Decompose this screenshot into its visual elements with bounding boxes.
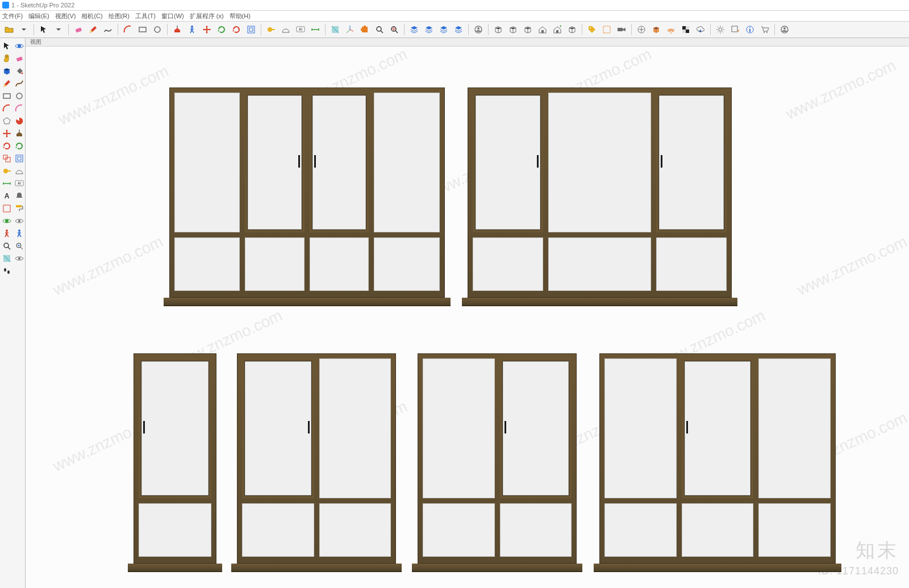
pushpull-brown-button[interactable] [12, 127, 26, 140]
arc-pink-button[interactable] [12, 102, 26, 115]
zoom-button[interactable] [373, 23, 386, 36]
gear-button[interactable] [714, 23, 727, 36]
move-red-button[interactable] [0, 127, 14, 140]
plus-circle-button[interactable] [635, 23, 648, 36]
protractor-button[interactable] [279, 23, 293, 36]
menu-item[interactable]: 相机(C) [81, 12, 102, 20]
info-button[interactable] [743, 23, 757, 36]
window-plus-button[interactable] [728, 23, 742, 36]
rotate-loop-button[interactable] [230, 23, 243, 36]
paint-bucket-button[interactable] [12, 64, 26, 78]
offset-blue-button[interactable] [12, 152, 26, 165]
cube-3d-button[interactable] [649, 23, 663, 36]
toolbar-separator [34, 24, 34, 35]
menu-item[interactable]: 编辑(E) [28, 12, 49, 20]
dropdown-button[interactable] [52, 23, 65, 36]
rotate-green-button[interactable] [12, 139, 26, 153]
menu-item[interactable]: 绘图(R) [109, 12, 130, 20]
pie-button[interactable] [12, 114, 26, 128]
layer-visibility-button[interactable] [437, 23, 451, 36]
walk-red-button[interactable] [0, 227, 14, 240]
blue-cube-button[interactable] [0, 64, 14, 78]
layer-stack-button[interactable] [407, 23, 421, 36]
label-ai-button[interactable]: AI [12, 177, 26, 190]
tag-yellow-button[interactable] [585, 23, 599, 36]
curve-brown-button[interactable] [12, 77, 26, 90]
user-circle-button[interactable] [472, 23, 485, 36]
dimension-green-button[interactable] [0, 177, 14, 190]
rectangle-button[interactable] [136, 23, 149, 36]
menu-item[interactable]: 扩展程序 (x) [190, 12, 224, 20]
cloud-down-button[interactable] [694, 23, 707, 36]
pencil-button[interactable] [86, 23, 100, 36]
footprints-button[interactable] [0, 264, 14, 278]
profile-circle-button[interactable] [778, 23, 791, 36]
hand-yellow-button[interactable] [0, 52, 14, 65]
select-box-button[interactable] [600, 23, 614, 36]
rotate-red-button[interactable] [0, 139, 14, 153]
menu-bar[interactable]: 文件(F)编辑(E)视图(V)相机(C)绘图(R)工具(T)窗口(W)扩展程序 … [0, 11, 909, 22]
menu-item[interactable]: 窗口(W) [161, 12, 184, 20]
house-button[interactable] [536, 23, 549, 36]
cart-button[interactable] [758, 23, 772, 36]
orbit-blue-button[interactable] [12, 39, 26, 53]
checker-button[interactable] [679, 23, 693, 36]
menu-item[interactable]: 工具(T) [135, 12, 156, 20]
video-camera-button[interactable] [615, 23, 628, 36]
box-button[interactable] [491, 23, 505, 36]
add-layer-button[interactable] [422, 23, 436, 36]
layer-toggle-button[interactable] [452, 23, 465, 36]
polygon-button[interactable] [0, 114, 14, 128]
dropdown-button[interactable] [17, 23, 31, 36]
text-a-button[interactable]: A [0, 189, 14, 203]
select-red-button[interactable] [0, 202, 14, 215]
scene-tab-bar[interactable]: 视图 [26, 38, 909, 47]
scale-red-button[interactable] [0, 152, 14, 165]
offset-button[interactable] [244, 23, 258, 36]
axes-button[interactable] [343, 23, 357, 36]
arc-red-button[interactable] [0, 102, 14, 115]
cabinet-button[interactable] [565, 23, 579, 36]
zoom-red-button[interactable] [0, 239, 14, 253]
arc-button[interactable] [121, 23, 135, 36]
menu-item[interactable]: 文件(F) [2, 12, 23, 20]
rectangle-gray-button[interactable] [0, 89, 14, 103]
rotate-green-button[interactable] [215, 23, 228, 36]
select-arrow-button[interactable] [0, 39, 14, 53]
walk-blue-button[interactable] [185, 23, 199, 36]
pushpull-red-button[interactable] [170, 23, 184, 36]
menu-item[interactable]: 帮助(H) [230, 12, 251, 20]
position-camera-button[interactable] [12, 239, 26, 253]
box-front-button[interactable] [506, 23, 520, 36]
walk-blue-button[interactable] [12, 227, 26, 240]
look-around-button[interactable] [12, 252, 26, 265]
freehand-button[interactable] [101, 23, 115, 36]
model-viewport[interactable]: www.znzmo.comwww.znzmo.comwww.znzmo.comw… [26, 47, 909, 588]
select-arrow-button[interactable] [37, 23, 51, 36]
tape-yellow-button[interactable] [0, 164, 14, 178]
bell-button[interactable] [12, 189, 26, 203]
paint-roller-button[interactable] [12, 202, 26, 215]
protractor-gray-button[interactable] [12, 164, 26, 178]
move-red-button[interactable] [200, 23, 214, 36]
zoom-extents-button[interactable] [387, 23, 401, 36]
label-ai-button[interactable]: AI [294, 23, 307, 36]
eye-button[interactable] [12, 214, 26, 228]
tape-button[interactable] [264, 23, 278, 36]
extension-button[interactable] [358, 23, 372, 36]
box-iso-button[interactable] [521, 23, 535, 36]
section-blue-button[interactable] [0, 252, 14, 265]
scene-tab-label[interactable]: 视图 [30, 38, 41, 46]
circle-gray-button[interactable] [12, 89, 26, 103]
section-cyan-button[interactable] [328, 23, 342, 36]
eraser-pink-button[interactable] [72, 23, 85, 36]
folder-open-button[interactable] [2, 23, 16, 36]
circle-button[interactable] [151, 23, 164, 36]
wifi-orange-button[interactable] [664, 23, 678, 36]
pencil-red-button[interactable] [0, 77, 14, 90]
dimension-button[interactable] [308, 23, 322, 36]
orbit-green-button[interactable] [0, 214, 14, 228]
house-plus-button[interactable] [551, 23, 564, 36]
eraser-large-button[interactable] [12, 52, 26, 65]
menu-item[interactable]: 视图(V) [55, 12, 76, 20]
